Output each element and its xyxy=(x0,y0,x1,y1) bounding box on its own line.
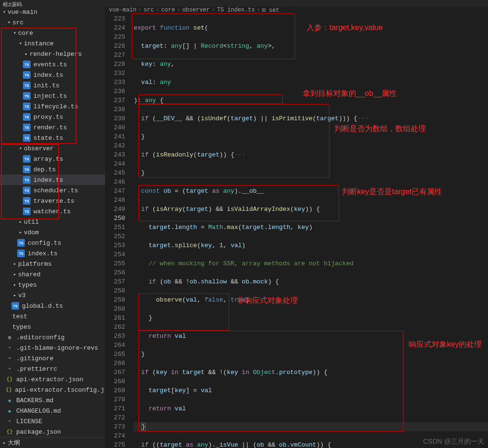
breadcrumb-item[interactable]: vue-main xyxy=(109,7,137,13)
sidebar-item-label: vdom xyxy=(24,229,39,236)
typescript-file-icon: TS xyxy=(23,155,31,163)
sidebar-item[interactable]: TSconfig.ts xyxy=(0,238,105,248)
breadcrumbs[interactable]: vue-main› src› core› observer› TS index.… xyxy=(105,7,488,13)
line-number: 267 xyxy=(105,368,125,377)
sidebar-item[interactable]: TSstate.ts xyxy=(0,133,105,143)
sidebar-item-label: package.json xyxy=(16,428,61,436)
sidebar-item[interactable]: TSevents.ts xyxy=(0,59,105,70)
breadcrumb-item[interactable]: observer xyxy=(182,7,210,13)
sidebar-item[interactable]: TSrender.ts xyxy=(0,122,105,133)
sidebar-item[interactable]: TSproxy.ts xyxy=(0,112,105,122)
sidebar-item-label: api-extractor.json xyxy=(16,376,83,383)
sidebar-item[interactable]: TSwatcher.ts xyxy=(0,206,105,217)
breadcrumb-item[interactable]: core xyxy=(161,7,175,13)
sidebar-item[interactable]: {}package.json xyxy=(0,427,105,437)
sidebar-item[interactable]: ▸util xyxy=(0,217,105,227)
sidebar-item[interactable]: ▫.git-blame-ignore-revs xyxy=(0,343,105,353)
sidebar-item[interactable]: TSinject.ts xyxy=(0,91,105,101)
sidebar-item-label: src xyxy=(12,19,23,26)
sidebar-item[interactable]: TSindex.ts xyxy=(0,70,105,80)
typescript-file-icon: TS xyxy=(23,113,31,121)
chevron-right-icon: ▸ xyxy=(11,271,18,277)
line-number: 263 xyxy=(105,332,125,341)
sidebar-item[interactable]: ▸shared xyxy=(0,269,105,280)
line-number: 275 xyxy=(105,440,125,448)
line-number: 264 xyxy=(105,341,125,350)
sidebar-item[interactable]: ▫.prettierrc xyxy=(0,364,105,374)
sidebar-item[interactable]: ◆CHANGELOG.md xyxy=(0,406,105,416)
sidebar-root-label: vue-main xyxy=(8,9,37,16)
sidebar-item[interactable]: TSarray.ts xyxy=(0,154,105,164)
line-number: 246 xyxy=(105,177,125,187)
sidebar-item[interactable]: TSindex.ts xyxy=(0,248,105,259)
sidebar-item[interactable]: ▾core xyxy=(0,28,105,38)
line-number: 224 xyxy=(105,23,125,32)
sidebar-item[interactable]: test xyxy=(0,311,105,322)
json-file-icon: {} xyxy=(6,387,12,393)
sidebar-item[interactable]: ▸types xyxy=(0,280,105,290)
sidebar-item[interactable]: ▸platforms xyxy=(0,259,105,269)
breadcrumb-separator: › xyxy=(177,7,180,13)
sidebar-item[interactable]: TSlifecycle.ts xyxy=(0,101,105,112)
chevron-down-icon: ▾ xyxy=(17,41,24,46)
typescript-file-icon: TS xyxy=(23,61,31,68)
typescript-file-icon: TS xyxy=(23,166,31,173)
sidebar-item-label: v3 xyxy=(18,292,26,299)
line-number: 258 xyxy=(105,286,125,295)
gear-icon: ⚙ xyxy=(6,334,13,341)
sidebar-item[interactable]: ▸vdom xyxy=(0,227,105,238)
sidebar-item-label: inject.ts xyxy=(33,93,67,100)
sidebar-item-label: .gitignore xyxy=(16,355,53,362)
line-number: 249 xyxy=(105,205,125,214)
line-number: 259 xyxy=(105,295,125,304)
sidebar-item[interactable]: TSindex.ts xyxy=(0,175,105,185)
sidebar-item-label: .prettierrc xyxy=(16,365,57,373)
typescript-file-icon: TS xyxy=(23,134,31,142)
line-number: 247 xyxy=(105,187,125,196)
sidebar-item[interactable]: ▾observer xyxy=(0,143,105,154)
sidebar-item-label: events.ts xyxy=(33,61,67,68)
line-number: 262 xyxy=(105,323,125,332)
line-number-gutter: 2232242252262272282322332362372382392402… xyxy=(105,13,134,448)
sidebar-item[interactable]: ⚙.editorconfig xyxy=(0,332,105,343)
sidebar-item[interactable]: ◆BACKERS.md xyxy=(0,395,105,406)
sidebar-item[interactable]: ▸render-helpers xyxy=(0,49,105,59)
chevron-right-icon: ▸ xyxy=(11,292,18,298)
chevron-down-icon: ▾ xyxy=(11,30,18,36)
sidebar-item[interactable]: ▸v3 xyxy=(0,290,105,301)
outline-label: 大纲 xyxy=(8,438,20,447)
sidebar-item[interactable]: ▾src xyxy=(0,17,105,28)
breadcrumb-item[interactable]: src xyxy=(144,7,154,13)
sidebar-item-label: array.ts xyxy=(33,156,63,163)
sidebar-item-label: util xyxy=(24,219,39,226)
sidebar-item[interactable]: {}api-extractor.json xyxy=(0,374,105,385)
sidebar-item[interactable]: TSglobal.d.ts xyxy=(0,301,105,311)
annotation-box xyxy=(132,13,295,59)
sidebar-item[interactable]: ▾instance xyxy=(0,38,105,49)
chevron-right-icon: ▸ xyxy=(11,261,18,267)
sidebar-item[interactable]: ▫.gitignore xyxy=(0,353,105,364)
chevron-right-icon: ▸ xyxy=(1,440,8,446)
line-number: 257 xyxy=(105,277,125,286)
sidebar-item-label: init.ts xyxy=(33,82,60,89)
editor-content[interactable]: 2232242252262272282322332362372382392402… xyxy=(105,13,488,448)
line-number: 228 xyxy=(105,60,125,69)
sidebar-item-label: types xyxy=(18,281,37,289)
sidebar-item[interactable]: TSinit.ts xyxy=(0,80,105,91)
line-number: 250 xyxy=(105,214,125,223)
sidebar-item[interactable]: TSscheduler.ts xyxy=(0,185,105,196)
sidebar-root[interactable]: ▾ vue-main xyxy=(0,7,105,17)
file-explorer-sidebar[interactable]: ▾ vue-main ▾src▾core▾instance▸render-hel… xyxy=(0,7,105,448)
breadcrumb-separator: › xyxy=(212,7,215,13)
breadcrumb-item[interactable]: ⊡ set xyxy=(262,7,279,14)
code-area[interactable]: export function set( target: any[] | Rec… xyxy=(134,13,488,448)
sidebar-item[interactable]: TStraverse.ts xyxy=(0,196,105,206)
outline-section[interactable]: ▸ 大纲 xyxy=(0,437,105,448)
sidebar-item[interactable]: TSdep.ts xyxy=(0,164,105,175)
line-number: 254 xyxy=(105,250,125,259)
sidebar-item[interactable]: {}api-extractor.tsconfig.json xyxy=(0,385,105,395)
sidebar-item[interactable]: ▫LICENSE xyxy=(0,416,105,427)
sidebar-item[interactable]: types xyxy=(0,322,105,332)
breadcrumb-item[interactable]: TS index.ts xyxy=(217,7,255,13)
file-icon: ▫ xyxy=(6,355,13,361)
